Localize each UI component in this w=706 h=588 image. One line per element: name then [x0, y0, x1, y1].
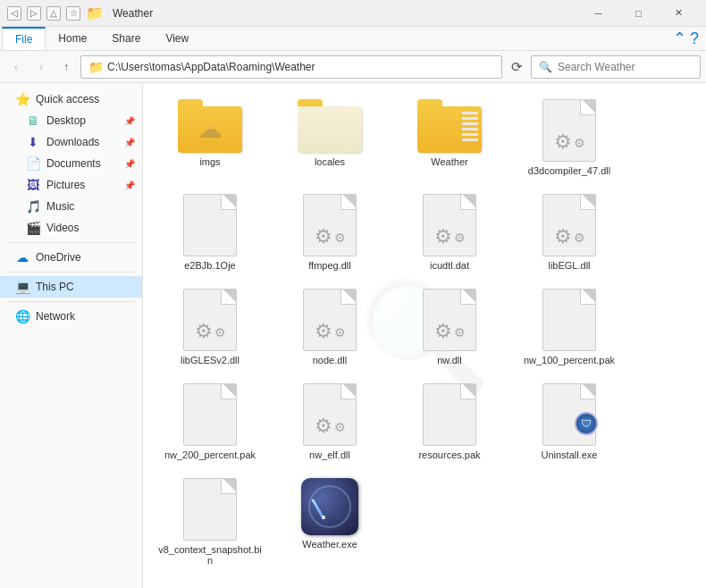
sidebar-item-this-pc[interactable]: 💻 This PC [0, 276, 142, 298]
file-doc-libglesv2: ⚙ ⚙ [183, 289, 237, 351]
ribbon-tabs: File Home Share View ⌃ ? [0, 27, 706, 50]
file-corner-v8snapshot [223, 479, 236, 491]
downloads-icon: ⬇ [25, 135, 41, 149]
ribbon-expand-icon[interactable]: ⌃ [673, 29, 686, 48]
file-doc-v8snapshot [183, 478, 237, 541]
folder-icon-address: 📁 [88, 60, 104, 74]
refresh-button[interactable]: ⟳ [506, 56, 527, 78]
file-name-locales: locales [315, 156, 345, 167]
navigation-bar: ‹ › ↑ 📁 C:\Users\tomas\AppData\Roaming\W… [0, 51, 706, 83]
file-item-locales[interactable]: locales [272, 92, 388, 183]
maximize-button[interactable]: □ [618, 0, 659, 27]
folder-icon-imgs: ☁ ☀ [178, 99, 242, 153]
title-bar-up-icon[interactable]: △ [46, 6, 61, 21]
ribbon: File Home Share View ⌃ ? [0, 27, 706, 51]
sidebar-label-downloads: Downloads [46, 136, 119, 148]
file-item-nw100[interactable]: nw_100_percent.pak [511, 281, 627, 373]
file-gears: ⚙ ⚙ [554, 130, 585, 154]
file-doc-icudtl: ⚙ ⚙ [423, 194, 476, 256]
file-gears-nwelf: ⚙ ⚙ [315, 415, 346, 438]
file-corner-nw100 [583, 290, 595, 302]
folder-icon-title: 📁 [86, 4, 104, 21]
folder-icon-locales [298, 99, 362, 153]
file-item-nw200[interactable]: nw_200_percent.pak [152, 376, 268, 467]
sidebar-item-onedrive[interactable]: ☁ OneDrive [0, 247, 142, 268]
file-item-weather-exe[interactable]: Weather.exe [272, 471, 388, 573]
close-button[interactable]: ✕ [659, 0, 699, 27]
file-name-libglesv2: libGLESv2.dll [181, 355, 240, 365]
title-bar-back-icon[interactable]: ◁ [7, 6, 21, 21]
window-title: Weather [109, 7, 578, 20]
network-icon: 🌐 [14, 309, 30, 323]
file-gears-node: ⚙ ⚙ [315, 320, 346, 343]
file-item-weather-folder[interactable]: Weather [391, 92, 508, 183]
file-item-node[interactable]: ⚙ ⚙ node.dll [272, 281, 388, 373]
file-item-uninstall[interactable]: 🛡 Uninstall.exe [511, 376, 627, 467]
file-name-ffmpeg: ffmpeg.dll [308, 260, 351, 271]
gear-icon-nwelf: ⚙ [315, 415, 332, 438]
sidebar-label-desktop: Desktop [46, 114, 119, 127]
gear-small-nw: ⚙ [454, 325, 466, 349]
file-item-v8snapshot[interactable]: v8_context_snapshot.bin [152, 471, 268, 573]
sidebar-label-documents: Documents [46, 157, 119, 170]
content-wrapper: 🔍 ☁ ☀ imgs [143, 83, 706, 588]
compass-center [322, 516, 325, 519]
file-corner-nw [463, 290, 475, 302]
weather-exe-icon [301, 478, 358, 535]
sidebar-item-documents[interactable]: 📄 Documents 📌 [0, 153, 142, 174]
file-gears-libegl: ⚙ ⚙ [554, 225, 585, 248]
back-button[interactable]: ‹ [5, 56, 27, 78]
sidebar: ⭐ Quick access 🖥 Desktop 📌 ⬇ Downloads 📌… [0, 83, 143, 588]
tab-share[interactable]: Share [99, 27, 153, 50]
sidebar-item-videos[interactable]: 🎬 Videos [0, 217, 142, 239]
file-corner-node [343, 290, 356, 302]
sidebar-label-network: Network [36, 310, 135, 323]
sidebar-item-downloads[interactable]: ⬇ Downloads 📌 [0, 131, 142, 153]
file-item-libegl[interactable]: ⚙ ⚙ libEGL.dll [511, 187, 627, 278]
up-button[interactable]: ↑ [55, 56, 77, 78]
file-item-imgs[interactable]: ☁ ☀ imgs [152, 92, 268, 183]
tab-home[interactable]: Home [46, 27, 99, 50]
sidebar-item-quick-access[interactable]: ⭐ Quick access [0, 88, 142, 110]
gear-icon-ffmpeg: ⚙ [315, 225, 332, 248]
onedrive-icon: ☁ [14, 250, 30, 265]
gear-small-nwelf: ⚙ [334, 420, 346, 443]
sidebar-item-pictures[interactable]: 🖼 Pictures 📌 [0, 174, 142, 196]
file-item-nw[interactable]: ⚙ ⚙ nw.dll [391, 281, 508, 373]
gear-small-node: ⚙ [334, 325, 346, 349]
title-bar: ◁ ▷ △ ☆ 📁 Weather ─ □ ✕ [0, 0, 706, 27]
file-gears-nw: ⚙ ⚙ [434, 320, 466, 343]
file-item-icudtl[interactable]: ⚙ ⚙ icudtl.dat [391, 187, 508, 278]
gear-small-libegl: ⚙ [574, 231, 585, 254]
file-item-ffmpeg[interactable]: ⚙ ⚙ ffmpeg.dll [272, 187, 388, 278]
file-corner-icudtl [463, 195, 475, 207]
tab-file[interactable]: File [2, 27, 46, 50]
file-item-nwelf[interactable]: ⚙ ⚙ nw_elf.dll [272, 376, 388, 467]
file-item-d3dcompiler[interactable]: ⚙ ⚙ d3dcompiler_47.dll [511, 92, 627, 183]
shield-badge: 🛡 [575, 412, 598, 435]
search-box: 🔍 [531, 55, 701, 79]
title-bar-forward-icon[interactable]: ▷ [27, 6, 41, 21]
search-input[interactable] [558, 61, 693, 73]
forward-button[interactable]: › [30, 56, 52, 78]
pin-icon-pic: 📌 [124, 181, 135, 190]
file-name-icudtl: icudtl.dat [430, 260, 469, 271]
sidebar-item-music[interactable]: 🎵 Music [0, 196, 142, 217]
sidebar-item-desktop[interactable]: 🖥 Desktop 📌 [0, 110, 142, 131]
file-name-node: node.dll [313, 355, 348, 365]
address-bar[interactable]: 📁 C:\Users\tomas\AppData\Roaming\Weather [80, 55, 502, 79]
sidebar-item-network[interactable]: 🌐 Network [0, 306, 142, 327]
title-bar-bookmark-icon[interactable]: ☆ [66, 6, 80, 21]
file-item-libglesv2[interactable]: ⚙ ⚙ libGLESv2.dll [152, 281, 268, 373]
file-item-resources[interactable]: resources.pak [391, 376, 508, 467]
tab-view[interactable]: View [153, 27, 201, 50]
file-name-nw100: nw_100_percent.pak [524, 355, 615, 365]
pin-icon-doc: 📌 [124, 159, 135, 169]
file-corner-libegl [583, 195, 595, 207]
file-item-e2bjb[interactable]: e2BJb.1Oje [152, 187, 268, 278]
sidebar-label-pictures: Pictures [46, 179, 119, 191]
minimize-button[interactable]: ─ [578, 0, 618, 27]
help-icon[interactable]: ? [690, 29, 699, 48]
gear-icon-icudtl: ⚙ [434, 225, 452, 248]
file-corner-nwelf [343, 384, 356, 397]
